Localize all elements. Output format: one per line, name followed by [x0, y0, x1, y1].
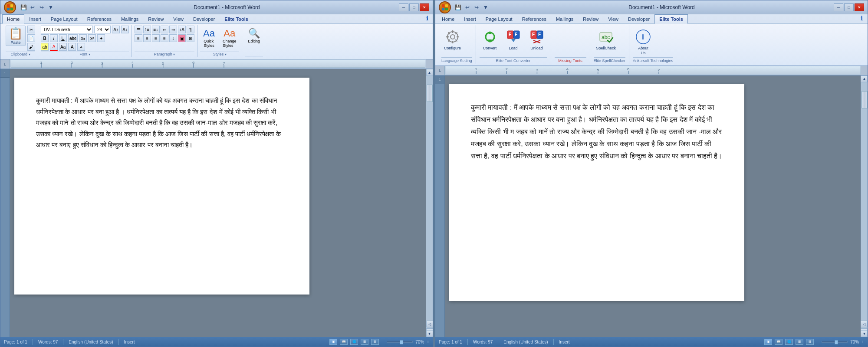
shading-btn-left[interactable]: ▣ — [178, 34, 186, 42]
multilevel-btn-left[interactable]: ≡↓ — [152, 26, 160, 33]
scroll-down-right[interactable]: ▼ — [861, 330, 868, 337]
scroll-up-left[interactable]: ▲ — [426, 69, 433, 76]
load-btn[interactable]: F F Load — [503, 27, 524, 52]
tab-pagelayout-left[interactable]: Page Layout — [46, 14, 82, 23]
office-button-left[interactable] — [4, 1, 16, 13]
redo-btn-right[interactable]: ↪ — [473, 3, 480, 11]
format-painter-btn-left[interactable]: 🖌 — [27, 43, 35, 51]
tab-view-right[interactable]: View — [603, 14, 623, 23]
align-right-btn-left[interactable]: ≡ — [152, 34, 160, 42]
linespace-btn-left[interactable]: ↕ — [169, 34, 177, 42]
tab-home-left[interactable]: Home — [2, 14, 24, 24]
tab-insert-left[interactable]: Insert — [24, 14, 46, 23]
maximize-btn-right[interactable]: □ — [844, 3, 854, 11]
tab-mailings-left[interactable]: Mailings — [116, 14, 143, 23]
view-outline-right[interactable]: ☰ — [796, 339, 803, 345]
scroll-thumb-left[interactable] — [427, 85, 433, 102]
view-draft-right[interactable]: ☷ — [806, 339, 814, 345]
view-normal-left[interactable]: ▣ — [329, 339, 337, 345]
textcase2-btn-left[interactable]: A — [77, 43, 85, 51]
scroll-prevpage-left[interactable]: ◁ — [426, 321, 433, 327]
fontcolor-btn-left[interactable]: A — [50, 43, 58, 51]
save-quick-btn-left[interactable]: 💾 — [20, 3, 27, 11]
help-btn-left[interactable]: ℹ — [423, 14, 431, 22]
copy-btn-left[interactable]: 📄 — [27, 34, 35, 42]
paste-btn-left[interactable]: 📋 Paste — [6, 26, 26, 46]
doc-text-left[interactable]: कुमारी मायावती : मैं आपके माध्यम से सत्त… — [36, 95, 288, 151]
align-center-btn-left[interactable]: ≡ — [143, 34, 151, 42]
tab-review-left[interactable]: Review — [143, 14, 168, 23]
close-btn-left[interactable]: ✕ — [420, 3, 429, 11]
tab-references-left[interactable]: References — [82, 14, 116, 23]
zoom-plus-right[interactable]: + — [861, 340, 864, 344]
view-reading-right[interactable]: 📖 — [775, 339, 783, 345]
cut-btn-left[interactable]: ✂ — [27, 26, 35, 33]
minimize-btn-right[interactable]: ─ — [834, 3, 843, 11]
borders-btn-left[interactable]: ⊞ — [187, 34, 194, 42]
sort-btn-left[interactable]: ↕A — [178, 26, 186, 33]
undo-btn-right[interactable]: ↩ — [464, 3, 471, 11]
font-name-select-left[interactable]: DV-TTSurekh — [41, 26, 93, 33]
clearformat-btn-left[interactable]: ✦ — [97, 34, 105, 42]
zoom-slider-left[interactable] — [387, 341, 413, 343]
strikethrough-btn-left[interactable]: abc — [68, 34, 78, 42]
decrease-indent-btn-left[interactable]: ⇐ — [161, 26, 168, 33]
tab-elitetools-left[interactable]: Elite Tools — [220, 14, 253, 23]
close-btn-right[interactable]: ✕ — [855, 3, 864, 11]
office-button-right[interactable] — [439, 1, 451, 13]
tab-references-right[interactable]: References — [517, 14, 551, 23]
font-size-select-left[interactable]: 28 — [94, 26, 111, 33]
doc-text-right[interactable]: कुमारी मायावती : मैं आपके माध्यम से सत्त… — [471, 101, 723, 162]
justify-btn-left[interactable]: ≡ — [161, 34, 168, 42]
subscript-btn-left[interactable]: x₂ — [79, 34, 87, 42]
scroll-down-left[interactable]: ▼ — [426, 330, 433, 337]
doc-page-right[interactable]: कुमारी मायावती : मैं आपके माध्यम से सत्त… — [449, 84, 744, 301]
highlight-btn-left[interactable]: ab — [41, 43, 49, 51]
change-styles-btn-left[interactable]: Aa ChangeStyles — [220, 26, 240, 50]
shrink-font-btn-left[interactable]: A↓ — [121, 26, 129, 33]
tab-home-right[interactable]: Home — [437, 14, 459, 23]
undo-btn-left[interactable]: ↩ — [29, 3, 36, 11]
show-para-btn-left[interactable]: ¶ — [187, 26, 194, 33]
doc-page-left[interactable]: कुमारी मायावती : मैं आपके माध्यम से सत्त… — [14, 78, 309, 295]
grow-font-btn-left[interactable]: A↑ — [112, 26, 120, 33]
zoom-plus-left[interactable]: + — [427, 340, 429, 344]
view-reading-left[interactable]: 📖 — [340, 339, 348, 345]
numbering-btn-left[interactable]: 1≡ — [143, 26, 151, 33]
about-us-btn[interactable]: i AboutUs — [633, 27, 654, 57]
increase-indent-btn-left[interactable]: ⇒ — [169, 26, 177, 33]
zoom-minus-right[interactable]: − — [816, 340, 819, 344]
superscript-btn-left[interactable]: x² — [88, 34, 96, 42]
scroll-prevpage-right[interactable]: ◁ — [861, 321, 868, 327]
bold-btn-left[interactable]: B — [41, 34, 49, 42]
tab-pagelayout-right[interactable]: Page Layout — [481, 14, 517, 23]
configure-btn[interactable]: Configure — [441, 27, 464, 52]
spellcheck-btn[interactable]: abc SpellCheck — [594, 27, 619, 52]
help-btn-right[interactable]: ℹ — [858, 14, 866, 22]
scroll-up-right[interactable]: ▲ — [861, 75, 868, 82]
dropdown-qa-right[interactable]: ▼ — [482, 3, 490, 11]
view-outline-left[interactable]: ☰ — [361, 339, 368, 345]
save-quick-btn-right[interactable]: 💾 — [454, 3, 462, 11]
tab-developer-right[interactable]: Developer — [623, 14, 654, 23]
zoom-slider-right[interactable] — [822, 341, 848, 343]
scroll-thumb-right[interactable] — [861, 91, 868, 108]
dropdown-qa-left[interactable]: ▼ — [47, 3, 55, 11]
minimize-btn-left[interactable]: ─ — [399, 3, 408, 11]
align-left-btn-left[interactable]: ≡ — [135, 34, 142, 42]
tab-mailings-right[interactable]: Mailings — [551, 14, 578, 23]
editing-btn-left[interactable]: 🔍 Editing — [245, 26, 263, 46]
convert-btn[interactable]: Convert — [480, 27, 500, 52]
tab-insert-right[interactable]: Insert — [459, 14, 481, 23]
view-normal-right[interactable]: ▣ — [764, 339, 772, 345]
tab-review-right[interactable]: Review — [578, 14, 603, 23]
maximize-btn-left[interactable]: □ — [409, 3, 419, 11]
view-web-right[interactable]: 🌐 — [785, 339, 793, 345]
quick-styles-btn-left[interactable]: Aa QuickStyles — [200, 26, 218, 50]
tab-view-left[interactable]: View — [168, 14, 188, 23]
unload-btn[interactable]: F F Unload — [526, 27, 547, 52]
view-draft-left[interactable]: ☷ — [371, 339, 379, 345]
view-web-left[interactable]: 🌐 — [350, 339, 358, 345]
tab-elitetools-right[interactable]: Elite Tools — [654, 14, 688, 24]
underline-btn-left[interactable]: U — [59, 34, 67, 42]
